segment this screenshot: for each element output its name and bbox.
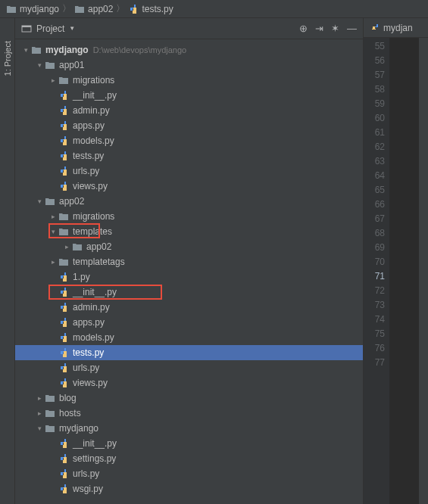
collapse-icon[interactable]: ⇥ <box>315 23 323 34</box>
tree-row[interactable]: admin.py <box>15 103 363 118</box>
project-view-selector[interactable]: Project ▼ <box>21 23 75 34</box>
python-icon <box>58 362 70 374</box>
line-number[interactable]: 65 <box>364 183 385 198</box>
line-number[interactable]: 70 <box>364 255 385 269</box>
line-number[interactable]: 75 <box>364 327 385 341</box>
breadcrumb-item[interactable]: app02 <box>74 4 113 14</box>
chevron-icon[interactable]: ▾ <box>35 198 44 205</box>
tree-row[interactable]: views.py <box>15 179 363 194</box>
dropdown-icon: ▼ <box>69 25 75 32</box>
tree-row[interactable]: __init__.py <box>15 436 363 451</box>
tree-label: admin.py <box>73 302 110 313</box>
chevron-icon[interactable]: ▾ <box>48 228 58 235</box>
tree-label: hosts <box>59 408 81 418</box>
breadcrumb[interactable]: mydjango〉app02〉tests.py <box>0 0 428 18</box>
chevron-icon[interactable]: ▸ <box>35 409 44 417</box>
editor-tab[interactable]: mydjan <box>368 23 416 33</box>
line-number[interactable]: 68 <box>364 226 385 241</box>
breadcrumb-label: tests.py <box>142 4 173 14</box>
line-number[interactable]: 59 <box>364 97 385 111</box>
line-number[interactable]: 64 <box>364 169 385 183</box>
chevron-icon[interactable]: ▸ <box>48 258 58 266</box>
tree-label: models.py <box>73 332 114 343</box>
breadcrumb-item[interactable]: tests.py <box>128 4 173 14</box>
tree-row[interactable]: ▾app02 <box>15 194 363 209</box>
breadcrumb-label: app02 <box>88 4 113 14</box>
line-number[interactable]: 72 <box>364 284 385 298</box>
chevron-icon[interactable]: ▸ <box>48 76 58 84</box>
tree-row[interactable]: ▾templates <box>15 224 363 239</box>
gear-icon[interactable]: ✶ <box>331 23 339 34</box>
line-number[interactable]: 77 <box>364 356 385 370</box>
python-icon <box>58 135 70 147</box>
line-number[interactable]: 76 <box>364 341 385 356</box>
line-number[interactable]: 60 <box>364 111 385 126</box>
tree-label: 1.py <box>73 272 90 282</box>
tree-row[interactable]: ▸hosts <box>15 406 363 421</box>
python-icon <box>58 377 70 389</box>
tree-row[interactable]: urls.py <box>15 466 363 481</box>
tree-row[interactable]: apps.py <box>15 118 363 133</box>
breadcrumb-item[interactable]: mydjango <box>6 4 59 14</box>
line-number[interactable]: 73 <box>364 298 385 313</box>
line-number[interactable]: 58 <box>364 82 385 97</box>
chevron-icon[interactable]: ▾ <box>21 46 30 54</box>
tree-label: __init__.py <box>73 90 117 101</box>
line-number[interactable]: 71 <box>364 269 385 284</box>
tree-row[interactable]: admin.py <box>15 300 363 315</box>
project-tree[interactable]: ▾mydjangoD:\web\devops\mydjango▾app01▸mi… <box>15 39 363 504</box>
line-number[interactable]: 61 <box>364 126 385 140</box>
locate-icon[interactable]: ⊕ <box>299 23 308 34</box>
line-number[interactable]: 67 <box>364 212 385 226</box>
tree-row[interactable]: urls.py <box>15 163 363 179</box>
tree-label: apps.py <box>73 317 105 328</box>
python-icon <box>58 468 70 480</box>
line-number[interactable]: 56 <box>364 54 385 68</box>
tree-label: mydjango <box>45 45 89 55</box>
line-gutter[interactable]: 5556575859606162636465666768697071727374… <box>364 38 389 504</box>
line-number[interactable]: 66 <box>364 198 385 212</box>
line-number[interactable]: 62 <box>364 140 385 154</box>
line-number[interactable]: 74 <box>364 313 385 327</box>
tree-label: migrations <box>73 211 114 222</box>
tree-row[interactable]: apps.py <box>15 315 363 330</box>
tree-label: models.py <box>73 135 114 146</box>
tree-row[interactable]: models.py <box>15 330 363 345</box>
tree-row[interactable]: ▸migrations <box>15 209 363 224</box>
tree-row[interactable]: ▸migrations <box>15 73 363 88</box>
chevron-icon[interactable]: ▸ <box>35 394 44 402</box>
tree-row[interactable]: settings.py <box>15 451 363 466</box>
tree-row[interactable]: ▾app01 <box>15 58 363 73</box>
chevron-icon[interactable]: ▾ <box>35 425 44 432</box>
tree-row[interactable]: ▾mydjangoD:\web\devops\mydjango <box>15 42 363 58</box>
tree-row[interactable]: ▾mydjango <box>15 421 363 436</box>
tree-row[interactable]: urls.py <box>15 360 363 375</box>
breadcrumb-sep: 〉 <box>62 2 71 15</box>
tree-row[interactable]: 1.py <box>15 269 363 285</box>
tree-row[interactable]: wsgi.py <box>15 481 363 496</box>
chevron-icon[interactable]: ▸ <box>62 243 71 250</box>
tree-row[interactable]: tests.py <box>15 148 363 163</box>
line-number[interactable]: 63 <box>364 154 385 169</box>
tree-row[interactable]: ▸app02 <box>15 239 363 254</box>
tree-row[interactable]: __init__.py <box>15 285 363 300</box>
line-number[interactable]: 57 <box>364 68 385 82</box>
tree-label: admin.py <box>73 105 110 116</box>
python-icon <box>58 331 70 344</box>
tree-label: __init__.py <box>73 287 117 297</box>
tree-row[interactable]: ▸blog <box>15 390 363 406</box>
line-number[interactable]: 69 <box>364 241 385 255</box>
tree-row[interactable]: __init__.py <box>15 88 363 103</box>
chevron-icon[interactable]: ▾ <box>35 61 44 69</box>
chevron-icon[interactable]: ▸ <box>48 213 58 220</box>
hide-icon[interactable]: — <box>347 23 357 34</box>
python-icon <box>58 120 70 132</box>
tree-row[interactable]: ▸templatetags <box>15 254 363 269</box>
tree-row[interactable]: models.py <box>15 133 363 148</box>
tree-row[interactable]: views.py <box>15 375 363 390</box>
python-icon <box>58 271 70 283</box>
tree-row[interactable]: tests.py <box>15 345 363 360</box>
line-number[interactable]: 55 <box>364 39 385 54</box>
project-tool-tab[interactable]: 1: Project <box>3 41 12 76</box>
tree-label: settings.py <box>73 453 116 464</box>
